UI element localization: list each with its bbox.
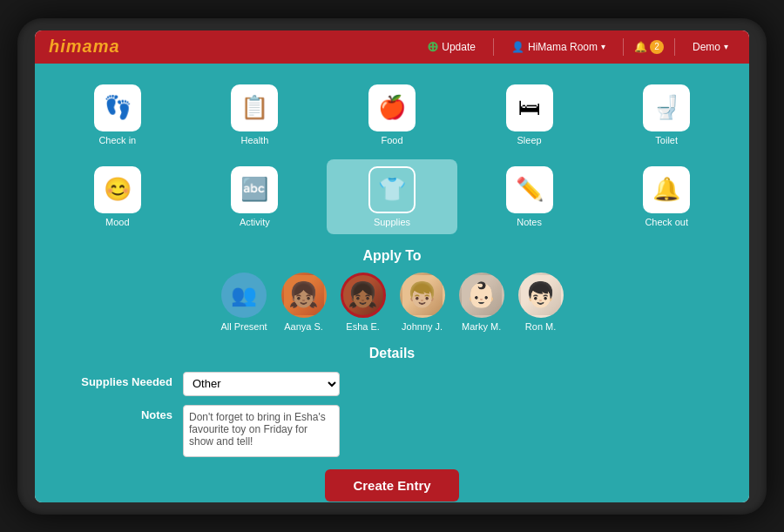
category-sleep[interactable]: 🛏 Sleep — [464, 77, 595, 152]
notes-form-label: Notes — [78, 405, 183, 421]
supplies-label: Supplies — [374, 217, 410, 227]
update-label: Update — [442, 41, 476, 53]
students-grid: 👥 All Present 👧🏽 Aanya S. 👧🏾 Esha E. — [52, 273, 732, 332]
category-notes[interactable]: ✏️ Notes — [464, 159, 595, 234]
student-ron[interactable]: 👦🏻 Ron M. — [518, 273, 564, 332]
student-all-present[interactable]: 👥 All Present — [220, 273, 267, 332]
category-check-out[interactable]: 🔔 Check out — [601, 159, 732, 234]
create-entry-button[interactable]: Create Entry — [325, 469, 458, 502]
details-section: Details Supplies Needed Diapers Wipes Fo… — [52, 346, 732, 502]
category-health[interactable]: 📋 Health — [190, 77, 321, 152]
app-logo: himama — [49, 37, 120, 57]
check-in-label: Check in — [98, 135, 136, 145]
aanya-avatar: 👧🏽 — [281, 273, 327, 318]
check-out-icon: 🔔 — [643, 166, 690, 213]
details-title: Details — [52, 346, 732, 361]
bell-icon: 🔔 — [634, 41, 647, 53]
notes-row: Notes Don't forget to bring in Esha's fa… — [52, 405, 732, 457]
main-content: 👣 Check in 📋 Health 🍎 Food 🛏 Sleep 🚽 — [35, 64, 749, 502]
category-toilet[interactable]: 🚽 Toilet — [601, 77, 732, 152]
student-esha[interactable]: 👧🏾 Esha E. — [341, 273, 386, 332]
sleep-icon: 🛏 — [506, 84, 553, 131]
bell-button[interactable]: 🔔 2 — [634, 40, 664, 54]
update-button[interactable]: ⊕ Update — [420, 36, 483, 57]
category-food[interactable]: 🍎 Food — [327, 77, 457, 152]
supplies-needed-label: Supplies Needed — [78, 372, 183, 388]
aanya-name: Aanya S. — [284, 321, 323, 332]
room-label: HiMama Room — [528, 41, 598, 53]
johnny-avatar: 👦🏼 — [400, 273, 445, 318]
student-marky[interactable]: 👶🏻 Marky M. — [459, 273, 504, 332]
marky-name: Marky M. — [462, 321, 501, 332]
supplies-row: Supplies Needed Diapers Wipes Formula Cl… — [52, 372, 732, 396]
notes-textarea[interactable]: Don't forget to bring in Esha's favourit… — [183, 405, 340, 457]
health-label: Health — [240, 135, 268, 145]
all-present-name: All Present — [220, 321, 267, 332]
tablet-frame: himama ⊕ Update 👤 HiMama Room 🔔 2 — [17, 18, 767, 515]
food-label: Food — [381, 135, 402, 145]
category-supplies[interactable]: 👕 Supplies — [327, 159, 457, 234]
activity-label: Activity — [240, 217, 270, 227]
check-in-icon: 👣 — [94, 84, 141, 131]
toilet-icon: 🚽 — [643, 84, 690, 131]
mood-label: Mood — [105, 217, 130, 227]
header-divider-1 — [493, 38, 494, 56]
esha-avatar: 👧🏾 — [341, 273, 386, 318]
apply-to-title: Apply To — [52, 248, 732, 264]
health-icon: 📋 — [231, 84, 278, 131]
category-activity[interactable]: 🔤 Activity — [190, 159, 321, 234]
johnny-name: Johnny J. — [402, 321, 443, 332]
category-grid: 👣 Check in 📋 Health 🍎 Food 🛏 Sleep 🚽 — [52, 77, 732, 234]
supplies-select[interactable]: Diapers Wipes Formula Clothing Other — [183, 372, 340, 396]
header-divider-3 — [674, 38, 675, 56]
screen: himama ⊕ Update 👤 HiMama Room 🔔 2 — [35, 30, 749, 502]
category-check-in[interactable]: 👣 Check in — [52, 77, 183, 152]
mood-icon: 😊 — [94, 166, 141, 213]
check-out-label: Check out — [645, 217, 688, 227]
header: himama ⊕ Update 👤 HiMama Room 🔔 2 — [35, 30, 749, 64]
header-controls: ⊕ Update 👤 HiMama Room 🔔 2 Demo — [420, 36, 735, 57]
category-mood[interactable]: 😊 Mood — [52, 159, 183, 234]
activity-icon: 🔤 — [231, 166, 278, 213]
room-selector[interactable]: 👤 HiMama Room — [504, 38, 612, 56]
demo-label: Demo — [693, 41, 720, 53]
supplies-icon: 👕 — [368, 166, 416, 213]
sleep-label: Sleep — [517, 135, 542, 145]
notes-label: Notes — [517, 217, 542, 227]
bell-badge: 2 — [650, 40, 664, 54]
header-divider-2 — [623, 38, 624, 56]
student-aanya[interactable]: 👧🏽 Aanya S. — [281, 273, 327, 332]
person-icon: 👤 — [511, 41, 524, 53]
esha-name: Esha E. — [346, 321, 380, 332]
all-present-avatar: 👥 — [221, 273, 267, 318]
ron-name: Ron M. — [525, 321, 556, 332]
notes-icon: ✏️ — [506, 166, 553, 213]
food-icon: 🍎 — [368, 84, 416, 131]
demo-menu[interactable]: Demo — [686, 38, 735, 56]
student-johnny[interactable]: 👦🏼 Johnny J. — [400, 273, 445, 332]
plus-icon: ⊕ — [427, 38, 438, 55]
marky-avatar: 👶🏻 — [459, 273, 504, 318]
toilet-label: Toilet — [655, 135, 678, 145]
ron-avatar: 👦🏻 — [518, 273, 564, 318]
